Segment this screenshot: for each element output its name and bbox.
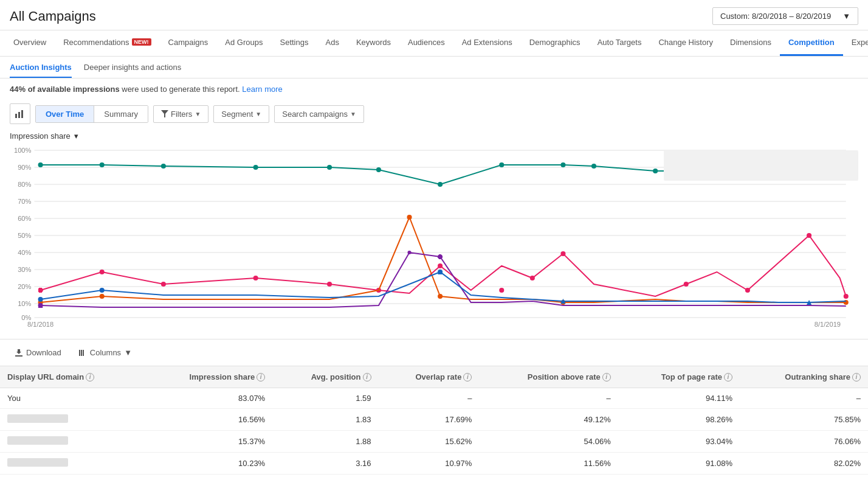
view-toggle: Over Time Summary [35,105,148,123]
tab-overview[interactable]: Overview [5,30,55,56]
help-icon-top-page[interactable]: i [724,373,732,381]
download-button[interactable]: Download [10,346,66,360]
svg-marker-3 [161,110,168,117]
tab-recommendations[interactable]: Recommendations NEW! [55,30,159,56]
tab-campaigns[interactable]: Campaigns [160,30,217,56]
columns-button[interactable]: Columns ▼ [74,346,137,360]
svg-point-62 [408,251,412,254]
cell-domain: You [0,388,144,409]
over-time-button[interactable]: Over Time [36,106,94,122]
th-top-of-page: Top of page rate i [618,366,740,388]
cell-avg-position: 5.03 [272,475,378,478]
summary-button[interactable]: Summary [94,106,148,122]
sub-nav-deeper-insights[interactable]: Deeper insights and actions [84,63,181,78]
svg-point-26 [38,162,43,167]
svg-text:10%: 10% [18,300,31,307]
svg-rect-73 [15,355,22,357]
cell-avg-position: 1.88 [272,431,378,453]
svg-point-35 [591,164,596,169]
search-campaigns-dropdown[interactable]: Search campaigns ▼ [274,105,364,123]
svg-rect-1 [18,112,20,118]
svg-text:30%: 30% [18,266,31,273]
help-icon-avg-pos[interactable]: i [363,373,371,381]
help-icon-domain[interactable]: i [86,373,94,381]
cell-top-of-page-rate: 93.04% [618,431,740,453]
segment-dropdown[interactable]: Segment ▼ [213,105,269,123]
svg-point-63 [438,254,443,259]
svg-point-65 [38,297,43,302]
table-row: 15.37%1.8815.62%54.06%93.04%76.06% [0,431,868,453]
svg-text:8/1/2019: 8/1/2019 [815,321,841,327]
columns-icon [78,349,87,357]
main-nav: Overview Recommendations NEW! Campaigns … [0,30,868,57]
cell-domain [0,475,144,478]
cell-domain [0,409,144,431]
tab-ad-groups[interactable]: Ad Groups [216,30,271,56]
tab-dimensions[interactable]: Dimensions [722,30,780,56]
th-position-above: Position above rate i [479,366,618,388]
cell-avg-position: 3.16 [272,453,378,475]
tab-ads[interactable]: Ads [317,30,347,56]
svg-text:20%: 20% [18,283,31,290]
metric-selector[interactable]: Impression share ▾ [0,129,868,144]
svg-point-28 [161,164,166,169]
svg-point-44 [253,276,258,280]
svg-point-56 [100,294,105,299]
cell-overlap-rate: 15.62% [379,431,480,453]
svg-point-45 [327,282,332,287]
cell-outranking-share: 75.85% [740,409,868,431]
help-icon-outranking[interactable]: i [852,373,861,381]
cell-domain [0,431,144,453]
date-range-label: Custom: 8/20/2018 – 8/20/2019 [720,12,831,21]
tab-settings[interactable]: Settings [272,30,317,56]
tab-audiences[interactable]: Audiences [399,30,453,56]
search-campaigns-label: Search campaigns [282,110,348,119]
cell-overlap-rate: – [379,388,480,409]
th-domain: Display URL domain i [0,366,144,388]
filters-dropdown[interactable]: Filters ▼ [153,105,208,123]
table-row: 8.52%5.039.09%2.64%26.01%82.87% [0,475,868,478]
cell-avg-position: 1.83 [272,409,378,431]
tab-demographics[interactable]: Demographics [521,30,589,56]
cell-position-above-rate: – [479,388,618,409]
segment-chevron: ▼ [255,111,261,117]
help-icon-overlap[interactable]: i [463,373,472,381]
help-icon-impression[interactable]: i [257,373,265,381]
svg-point-51 [684,282,689,287]
cell-outranking-share: 82.87% [740,475,868,478]
table-row: 16.56%1.8317.69%49.12%98.26%75.85% [0,409,868,431]
svg-point-66 [100,288,105,293]
tab-auto-targets[interactable]: Auto Targets [589,30,650,56]
tab-ad-extensions[interactable]: Ad Extensions [453,30,521,56]
learn-more-link[interactable]: Learn more [242,85,282,94]
table-row: You83.07%1.59––94.11%– [0,388,868,409]
info-bar: 44% of available impressions were used t… [0,78,868,100]
blurred-domain [7,458,68,467]
tab-change-history[interactable]: Change History [650,30,722,56]
sub-nav-auction-insights[interactable]: Auction Insights [10,63,72,78]
th-avg-position: Avg. position i [272,366,378,388]
help-icon-pos-above[interactable]: i [602,373,611,381]
cell-top-of-page-rate: 98.26% [618,409,740,431]
cell-overlap-rate: 9.09% [379,475,480,478]
columns-chevron: ▼ [124,348,132,357]
tab-competition[interactable]: Competition [780,30,843,56]
svg-marker-74 [16,349,21,354]
tab-keywords[interactable]: Keywords [348,30,399,56]
cell-position-above-rate: 54.06% [479,431,618,453]
svg-point-33 [499,162,504,167]
svg-text:90%: 90% [18,164,31,171]
download-label: Download [26,348,61,357]
svg-point-42 [100,270,105,274]
date-range-picker[interactable]: Custom: 8/20/2018 – 8/20/2019 ▼ [712,7,858,25]
cell-outranking-share: – [740,388,868,409]
impression-pct: 44% of available impressions [10,85,120,94]
svg-point-47 [438,263,443,268]
th-overlap-rate: Overlap rate i [379,366,480,388]
chart-container: 100% 90% 80% 70% 60% 50% 40% 30% 20% 10%… [0,144,868,339]
svg-point-34 [560,162,565,167]
tab-experiments[interactable]: Experiments NEW! [843,30,868,56]
page-header: All Campaigns Custom: 8/20/2018 – 8/20/2… [0,0,868,30]
cell-impression-share: 83.07% [144,388,272,409]
chart-type-icon-button[interactable] [10,103,30,124]
